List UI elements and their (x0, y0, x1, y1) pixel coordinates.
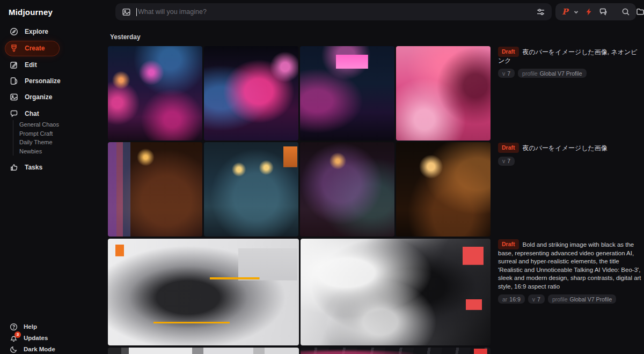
prompt-input[interactable] (138, 8, 536, 16)
sidebar-item-updates[interactable]: 3 Updates (10, 333, 48, 343)
draft-badge: Draft (498, 47, 519, 57)
generated-image-partial-right[interactable] (301, 348, 491, 354)
generated-image-stained-glass-bar[interactable] (108, 142, 202, 237)
organize-icon (10, 93, 18, 101)
compass-icon (10, 27, 18, 36)
sidebar-item-edit[interactable]: Edit (10, 58, 37, 71)
generated-image-neon-bar-counter[interactable] (204, 46, 298, 141)
tag-value: 7 (507, 70, 510, 77)
version-tag[interactable]: v7 (498, 157, 515, 166)
sidebar-item-dark-mode[interactable]: Dark Mode (10, 344, 55, 354)
sidebar-item-personalize[interactable]: Personalize (10, 75, 61, 87)
tag-value: 16:9 (509, 296, 520, 303)
generated-image-partial-left[interactable] (108, 348, 299, 354)
sidebar-item-explore[interactable]: Explore (10, 25, 48, 38)
version-tag[interactable]: v7 (498, 69, 515, 78)
generated-image-amber-bar[interactable] (396, 142, 491, 237)
folders-button[interactable] (636, 8, 644, 16)
version-tag[interactable]: v7 (528, 294, 545, 304)
job-tags: v7 profileGlobal V7 Profile (498, 69, 641, 78)
draft-badge: Draft (498, 239, 519, 249)
sidebar-item-label: Organize (25, 93, 52, 101)
sidebar-item-label: Updates (24, 335, 48, 341)
job-meta: Draft夜のバーをイメージした画像 v7 (498, 143, 641, 166)
job-prompt-text[interactable]: Bold and striking image with black as th… (498, 241, 641, 290)
personalization-profile-button[interactable]: P (562, 7, 568, 17)
sidebar-item-label: Dark Mode (24, 346, 55, 352)
chat-channel-list: General Chaos Prompt Craft Daily Theme N… (13, 120, 59, 156)
edit-icon (10, 61, 18, 69)
generated-image-city-window-bar[interactable] (204, 142, 298, 237)
sidebar-item-newbies[interactable]: Newbies (19, 147, 59, 156)
job-meta: Draft夜のバーをイメージした画像, ネオンピンク v7 profileGlo… (498, 47, 641, 78)
tag-key: profile (552, 296, 568, 303)
feed-section-label: Yesterday (110, 33, 141, 41)
chat-icon (10, 109, 18, 118)
moon-icon (10, 345, 18, 353)
help-icon (10, 323, 18, 331)
generated-image-glitch-face-light[interactable] (108, 239, 299, 345)
job-prompt-line: Draft夜のバーをイメージした画像 (498, 143, 641, 153)
chevron-down-icon (574, 10, 579, 14)
sidebar-item-create[interactable]: Create (10, 42, 45, 55)
turbo-mode-button[interactable] (584, 8, 593, 16)
search-icon (621, 8, 630, 16)
tag-key: ar (502, 296, 507, 303)
sidebar-item-label: Personalize (25, 77, 61, 85)
tag-key: v (532, 296, 535, 303)
draft-badge: Draft (498, 143, 519, 153)
sidebar-item-help[interactable]: Help (10, 321, 37, 332)
sidebar-item-label: Create (25, 45, 45, 52)
job-tags: ar16:9 v7 profileGlobal V7 Profile (498, 294, 641, 304)
tag-value: Global V7 Profile (540, 70, 582, 77)
job-prompt-text[interactable]: 夜のバーをイメージした画像, ネオンピンク (498, 48, 638, 64)
sidebar-item-organize[interactable]: Organize (10, 91, 52, 104)
thumbs-up-icon (10, 163, 18, 172)
job-prompt-line: Draft夜のバーをイメージした画像, ネオンピンク (498, 47, 641, 65)
generated-image-glitch-face-dark[interactable] (301, 239, 491, 345)
bell-icon: 3 (10, 334, 18, 342)
search-button[interactable] (621, 8, 630, 16)
sidebar-item-label: Tasks (25, 164, 42, 171)
sidebar-item-chat[interactable]: Chat (10, 107, 39, 120)
settings-sliders-button[interactable] (536, 8, 545, 17)
tag-key: profile (522, 70, 538, 77)
lightning-bolt-icon (584, 8, 593, 16)
profile-tag[interactable]: profileGlobal V7 Profile (548, 294, 616, 304)
tag-key: v (502, 70, 505, 77)
chat-rooms-button[interactable] (599, 8, 608, 16)
paintbrush-icon (10, 44, 18, 53)
aspect-ratio-tag[interactable]: ar16:9 (498, 294, 525, 304)
profile-tag[interactable]: profileGlobal V7 Profile (518, 69, 586, 78)
sidebar: Midjourney Explore Create Edit Personali… (0, 0, 107, 354)
chat-bubbles-icon (599, 8, 608, 16)
app-logo: Midjourney (9, 8, 53, 17)
sliders-icon (536, 8, 545, 17)
profile-dropdown-button[interactable] (574, 7, 579, 17)
generated-image-cozy-bottle-bar[interactable] (300, 142, 394, 237)
prompt-bar[interactable] (115, 3, 552, 20)
job-prompt-text[interactable]: 夜のバーをイメージした画像 (523, 144, 608, 152)
generated-image-neon-sign-bar[interactable] (300, 46, 394, 141)
sidebar-item-label: Explore (25, 28, 48, 35)
sidebar-item-label: Chat (25, 110, 39, 117)
generated-image-pink-storefront[interactable] (396, 46, 491, 141)
sidebar-item-prompt-craft[interactable]: Prompt Craft (19, 129, 59, 138)
personalize-icon (10, 77, 18, 85)
updates-count-badge: 3 (14, 331, 21, 338)
text-cursor (136, 8, 137, 16)
sidebar-item-general-chaos[interactable]: General Chaos (19, 120, 59, 129)
tag-value: 7 (537, 296, 540, 303)
tag-key: v (502, 158, 505, 164)
job-prompt-line: DraftBold and striking image with black … (498, 239, 641, 291)
sidebar-item-label: Help (24, 323, 37, 330)
image-icon (122, 8, 131, 17)
folder-icon (636, 8, 644, 16)
sidebar-item-label: Edit (25, 61, 37, 69)
job-tags: v7 (498, 157, 641, 166)
generated-image-neon-alley[interactable] (108, 46, 202, 141)
sidebar-item-tasks[interactable]: Tasks (10, 161, 42, 174)
tag-value: 7 (507, 158, 510, 164)
topbar-actions: P (555, 3, 636, 20)
sidebar-item-daily-theme[interactable]: Daily Theme (19, 138, 59, 147)
